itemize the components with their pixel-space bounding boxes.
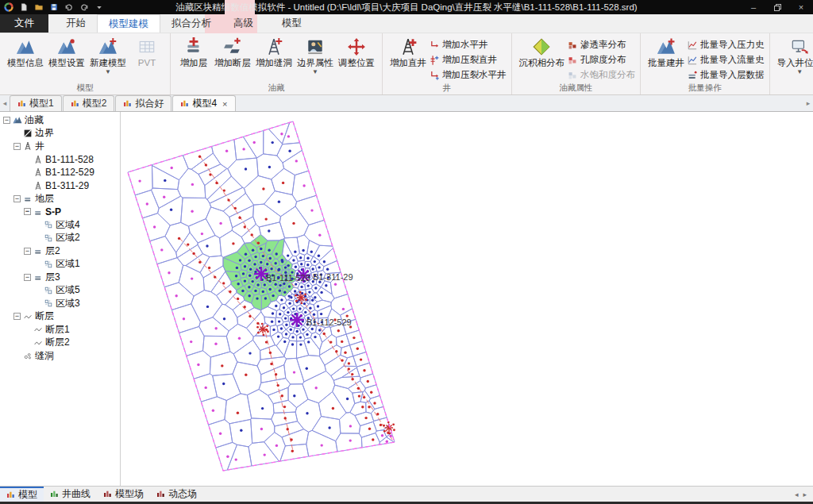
doc-tabs-scroll-right[interactable]: ▸ xyxy=(803,95,813,111)
add-layer-button[interactable]: 增加层 xyxy=(175,35,212,68)
tree-item-layer3[interactable]: −层3 xyxy=(0,271,120,284)
add-vertical-well-button[interactable]: 增加直井 xyxy=(387,35,429,68)
undo-icon[interactable] xyxy=(63,2,75,13)
doc-tab-label: 拟合好 xyxy=(135,97,164,110)
open-file-icon[interactable] xyxy=(33,2,44,13)
tree-expander-icon[interactable]: − xyxy=(24,208,31,215)
doc-tab-model4[interactable]: 模型4× xyxy=(172,95,235,111)
button-label: PVT xyxy=(138,58,156,68)
status-bar-scroll-arrows[interactable]: ◂▸ xyxy=(795,487,813,502)
tree-item-b1-111-528[interactable]: B1-111-528 xyxy=(0,153,120,167)
dropdown-arrow-icon[interactable]: ▼ xyxy=(796,69,803,75)
tree-expander-icon[interactable]: − xyxy=(24,248,31,255)
tree-expander-icon[interactable]: − xyxy=(13,195,21,202)
porosity-distribution-button[interactable]: 孔隙度分布 xyxy=(567,53,635,67)
tree-item-fault2[interactable]: 断层2 xyxy=(0,337,120,350)
status-tab-dynamic-field[interactable]: 动态场 xyxy=(150,487,203,502)
tab-start[interactable]: 开始 xyxy=(55,14,97,33)
tree-item-region2[interactable]: 区域2 xyxy=(0,232,120,245)
model-settings-button[interactable]: 模型设置 xyxy=(46,35,87,68)
status-tab-model-field[interactable]: 模型场 xyxy=(97,487,150,502)
tab-model-building[interactable]: 模型建模 xyxy=(97,14,160,33)
add-frac-horizontal-well-button[interactable]: 增加压裂水平井 xyxy=(429,68,507,82)
main-area: −油藏边界−井B1-111-528B1-112-529B1-311-29−地层−… xyxy=(0,112,813,486)
doc-tab-label: 模型2 xyxy=(83,97,107,110)
save-icon[interactable] xyxy=(48,2,60,13)
tree-item-sp[interactable]: −S-P xyxy=(0,206,120,219)
tree-item-label: 地层 xyxy=(35,192,54,206)
new-model-button[interactable]: 新建模型▼ xyxy=(87,35,129,75)
button-label: 边界属性 xyxy=(297,58,333,68)
tree-item-region5[interactable]: 区域5 xyxy=(0,284,120,298)
tree-expander-icon[interactable]: − xyxy=(13,143,21,150)
close-tab-icon[interactable]: × xyxy=(222,99,227,109)
tree-item-faults[interactable]: −断层 xyxy=(0,310,120,324)
tree-item-strata[interactable]: −地层 xyxy=(0,192,120,206)
batch-wells-button[interactable]: 批量建井 xyxy=(645,35,687,68)
restore-button[interactable] xyxy=(765,0,789,14)
boundary-props-button[interactable]: 边界属性▼ xyxy=(295,35,336,75)
model-info-button[interactable]: 模型信息 xyxy=(5,35,46,68)
dropdown-arrow-icon[interactable]: ▼ xyxy=(312,69,318,75)
tree-item-label: 断层 xyxy=(35,310,54,323)
tab-advanced[interactable]: 高级 xyxy=(222,14,264,33)
tree-expander-icon[interactable]: − xyxy=(24,274,31,281)
close-button[interactable]: × xyxy=(789,0,813,14)
tree-item-caves[interactable]: 缝洞 xyxy=(0,349,120,363)
tree-item-label: 区域2 xyxy=(56,231,80,244)
permeability-distribution-button[interactable]: 渗透率分布 xyxy=(567,38,635,52)
ribbon-tab-row: 文件开始模型建模拟合分析高级模型 xyxy=(0,14,813,33)
tab-fitting-analysis[interactable]: 拟合分析 xyxy=(160,14,222,33)
add-frac-vertical-well-button[interactable]: 增加压裂直井 xyxy=(429,53,507,67)
import-wellmap-button[interactable]: 导入井位图▼ xyxy=(775,35,813,75)
button-label: 批量建井 xyxy=(648,58,684,68)
adjust-position-button[interactable]: 调整位置 xyxy=(336,35,377,68)
button-label: 批量导入压力史 xyxy=(700,39,765,51)
button-label: 导入井位图 xyxy=(777,58,813,68)
button-label: 增加层 xyxy=(180,58,208,68)
add-fault-button[interactable]: 增加断层 xyxy=(212,35,253,68)
tree-item-region3[interactable]: 区域3 xyxy=(0,297,120,310)
tree-item-fault1[interactable]: 断层1 xyxy=(0,323,120,337)
facies-distribution-button[interactable]: 沉积相分布 xyxy=(517,35,568,68)
batch-import-layer-button[interactable]: 批量导入层数据 xyxy=(687,68,765,82)
doc-tab-fitted[interactable]: 拟合好 xyxy=(115,95,171,111)
status-tab-model[interactable]: 模型 xyxy=(0,487,44,502)
status-tab-well-curves[interactable]: 井曲线 xyxy=(44,487,97,502)
dropdown-arrow-icon[interactable]: ▼ xyxy=(105,69,111,75)
model-canvas[interactable]: B1-111-528B1-311-29B1-112-529 xyxy=(121,112,813,486)
tree-item-label: 井 xyxy=(35,140,44,153)
group-batch: 批量建井批量导入压力史批量导入流量史批量导入层数据批量操作 xyxy=(641,33,770,94)
qat-dropdown-icon[interactable] xyxy=(93,2,105,13)
doc-tab-model2[interactable]: 模型2 xyxy=(63,95,115,111)
pvt-button: PVT xyxy=(129,35,165,68)
tree-item-reservoir[interactable]: −油藏 xyxy=(0,113,120,127)
button-label: 调整位置 xyxy=(338,58,375,68)
redo-icon[interactable] xyxy=(78,2,90,13)
tree-expander-icon[interactable]: − xyxy=(3,117,10,124)
minimize-button[interactable]: – xyxy=(742,0,765,14)
tree-item-layer2[interactable]: −层2 xyxy=(0,244,120,258)
app-logo-icon[interactable] xyxy=(2,2,14,13)
doc-tab-model1[interactable]: 模型1 xyxy=(10,95,62,111)
tree-item-b1-311-29[interactable]: B1-311-29 xyxy=(0,179,120,193)
new-file-icon[interactable] xyxy=(17,2,29,13)
tab-file[interactable]: 文件 xyxy=(0,14,48,33)
tree-item-boundary[interactable]: 边界 xyxy=(0,127,120,140)
batch-import-pressure-button[interactable]: 批量导入压力史 xyxy=(687,38,765,52)
tree-item-b1-112-529[interactable]: B1-112-529 xyxy=(0,166,120,179)
batch-import-rate-button[interactable]: 批量导入流量史 xyxy=(687,53,765,67)
tab-model-contextual[interactable]: 模型 xyxy=(271,14,313,33)
add-horizontal-well-button[interactable]: 增加水平井 xyxy=(429,38,507,52)
button-label: 孔隙度分布 xyxy=(580,54,626,66)
tree-expander-icon[interactable]: − xyxy=(13,313,21,320)
status-tab-label: 模型场 xyxy=(115,487,144,501)
tree-item-label: B1-311-29 xyxy=(45,180,89,191)
tree-item-region1[interactable]: 区域1 xyxy=(0,258,120,271)
tree-item-region4[interactable]: 区域4 xyxy=(0,218,120,232)
scroll-right-icon[interactable]: ▸ xyxy=(803,491,807,498)
tree-item-wells[interactable]: −井 xyxy=(0,140,120,153)
add-cave-button[interactable]: 增加缝洞 xyxy=(253,35,295,68)
scroll-left-icon[interactable]: ◂ xyxy=(795,491,799,498)
doc-tabs-scroll-left[interactable]: ◂ xyxy=(0,95,10,111)
